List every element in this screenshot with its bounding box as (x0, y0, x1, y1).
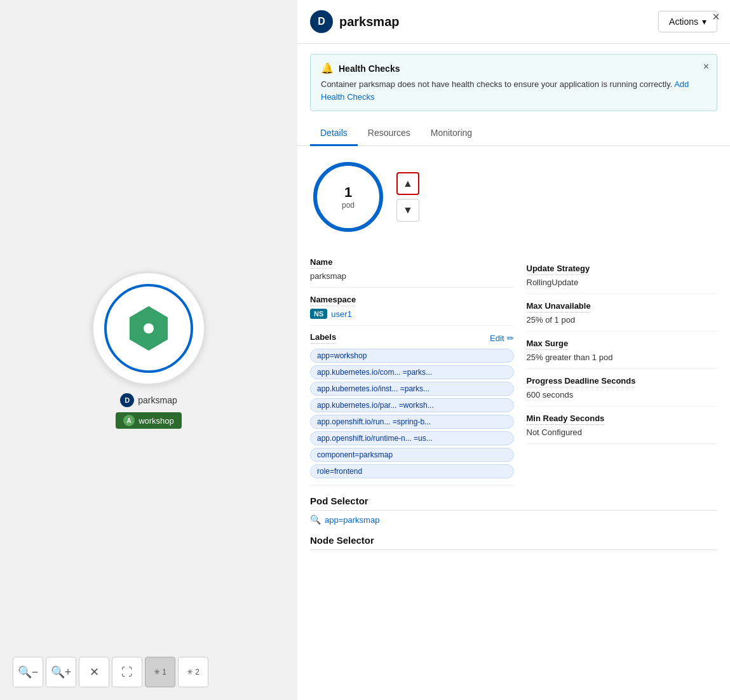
fit-view-icon: ⛶ (121, 666, 133, 679)
details-content: 1 pod ▲ ▼ Name parksmap Namespace (297, 146, 730, 567)
health-banner-text: Container parksmap does not have health … (321, 78, 706, 103)
update-strategy-detail: Update Strategy RollingUpdate (527, 257, 718, 294)
fit-view-button[interactable]: ⛶ (112, 657, 142, 687)
node-inner-ring (104, 284, 193, 373)
pod-count: 1 (342, 184, 355, 201)
details-two-col: Name parksmap Namespace NS user1 Labels … (310, 250, 717, 485)
pod-selector-value: app=parksmap (325, 515, 379, 525)
zoom-out-icon: 🔍+ (51, 665, 72, 679)
list-item: app.openshift.io/runtime-n... =us... (310, 431, 514, 445)
namespace-label: Namespace (310, 295, 356, 306)
ns-badge: NS (310, 309, 327, 319)
namespace-link[interactable]: user1 (331, 309, 352, 319)
health-banner-title: 🔔 Health Checks (321, 62, 706, 74)
actions-button[interactable]: Actions ▾ (658, 11, 717, 32)
namespace-detail: Namespace NS user1 (310, 288, 514, 326)
list-item: app.kubernetes.io/inst... =parks... (310, 382, 514, 396)
min-ready-value: Not Configured (527, 427, 718, 437)
banner-close-button[interactable]: × (703, 61, 709, 72)
tab-monitoring[interactable]: Monitoring (421, 121, 482, 146)
detail-panel: D parksmap Actions ▾ × 🔔 Health Checks C… (297, 0, 730, 700)
workshop-badge[interactable]: A workshop (116, 412, 182, 429)
max-unavailable-detail: Max Unavailable 25% of 1 pod (527, 294, 718, 332)
app-badge: A (123, 415, 135, 426)
chevron-down-icon: ▾ (702, 17, 706, 27)
update-strategy-label: Update Strategy (527, 264, 590, 275)
labels-title: Labels (310, 332, 336, 344)
reset-button[interactable]: ✕ (79, 657, 109, 687)
namespace-row: NS user1 (310, 309, 514, 319)
node-label: D parksmap (120, 393, 177, 407)
max-surge-value: 25% greater than 1 pod (527, 353, 718, 362)
panel-header: D parksmap Actions ▾ × (297, 0, 730, 44)
max-surge-detail: Max Surge 25% greater than 1 pod (527, 332, 718, 369)
list-item: app.kubernetes.io/com... =parks... (310, 365, 514, 379)
pencil-icon: ✏ (507, 333, 514, 343)
close-button[interactable]: × (712, 10, 720, 23)
search-icon: 🔍 (310, 515, 321, 525)
deployment-icon-large: D (310, 10, 333, 33)
zoom-in-button[interactable]: 🔍− (13, 657, 43, 687)
topology-toolbar: 🔍− 🔍+ ✕ ⛶ ✳ 1 ✳ 2 (13, 657, 208, 687)
max-surge-label: Max Surge (527, 339, 569, 350)
node-icon-hex (126, 306, 171, 351)
progress-deadline-label: Progress Deadline Seconds (527, 376, 636, 387)
max-unavailable-label: Max Unavailable (527, 301, 591, 313)
labels-detail: Labels Edit ✏ app=workshop app.kubernete… (310, 326, 514, 485)
pod-ring: 1 pod (310, 159, 386, 235)
panel-title-text: parksmap (339, 15, 400, 29)
node-selector-section: Node Selector (310, 535, 717, 550)
labels-list: app=workshop app.kubernetes.io/com... =p… (310, 349, 514, 478)
scale-down-button[interactable]: ▼ (396, 199, 419, 222)
scaler-controls: ▲ ▼ (396, 172, 419, 222)
actions-label: Actions (669, 17, 698, 27)
node-count-2-button[interactable]: ✳ 2 (178, 657, 208, 687)
name-label: Name (310, 257, 332, 269)
list-item: role=frontend (310, 464, 514, 478)
reset-icon: ✕ (90, 665, 99, 679)
edit-labels-link[interactable]: Edit ✏ (490, 333, 513, 343)
close-icon: × (712, 10, 720, 24)
node-count-label-1: 1 (162, 668, 166, 676)
pod-scaler: 1 pod ▲ ▼ (310, 159, 717, 235)
list-item: app=workshop (310, 349, 514, 363)
node-circle (91, 271, 206, 386)
list-item: component=parksmap (310, 448, 514, 462)
pod-label-text: pod (342, 201, 355, 210)
labels-header: Labels Edit ✏ (310, 332, 514, 344)
deployment-badge: D (120, 393, 134, 407)
right-col-details: Update Strategy RollingUpdate Max Unavai… (514, 250, 718, 485)
scale-up-button[interactable]: ▲ (396, 172, 419, 195)
name-detail: Name parksmap (310, 250, 514, 288)
node-count-label-2: 2 (195, 668, 199, 676)
update-strategy-value: RollingUpdate (527, 278, 718, 287)
node-count-icon-2: ✳ (187, 668, 193, 676)
node-count-1-button[interactable]: ✳ 1 (145, 657, 175, 687)
node-name: parksmap (138, 395, 177, 405)
node-count-icon-1: ✳ (154, 668, 160, 676)
tab-resources[interactable]: Resources (358, 121, 421, 146)
list-item: app.openshift.io/run... =spring-b... (310, 415, 514, 429)
health-check-title: Health Checks (339, 64, 400, 74)
panel-title: D parksmap (310, 10, 400, 33)
pod-selector-link[interactable]: 🔍 app=parksmap (310, 515, 717, 525)
workshop-label: workshop (139, 416, 174, 426)
edit-label-text: Edit (490, 333, 504, 343)
detail-tabs: Details Resources Monitoring (297, 121, 730, 146)
topology-canvas: D parksmap A workshop 🔍− 🔍+ ✕ ⛶ ✳ 1 ✳ 2 (0, 0, 297, 700)
min-ready-detail: Min Ready Seconds Not Configured (527, 407, 718, 444)
svg-point-2 (147, 327, 151, 330)
progress-deadline-detail: Progress Deadline Seconds 600 seconds (527, 369, 718, 407)
zoom-in-icon: 🔍− (18, 665, 39, 679)
zoom-out-button[interactable]: 🔍+ (46, 657, 76, 687)
pod-selector-section: Pod Selector 🔍 app=parksmap (310, 495, 717, 525)
progress-deadline-value: 600 seconds (527, 390, 718, 400)
min-ready-label: Min Ready Seconds (527, 414, 605, 425)
name-value: parksmap (310, 271, 514, 281)
health-check-message: Container parksmap does not have health … (321, 79, 672, 89)
pod-selector-title: Pod Selector (310, 495, 717, 511)
health-check-banner: 🔔 Health Checks Container parksmap does … (310, 54, 717, 111)
pod-center: 1 pod (342, 184, 355, 210)
tab-details[interactable]: Details (310, 121, 358, 146)
topology-node-parksmap[interactable]: D parksmap A workshop (91, 271, 206, 429)
